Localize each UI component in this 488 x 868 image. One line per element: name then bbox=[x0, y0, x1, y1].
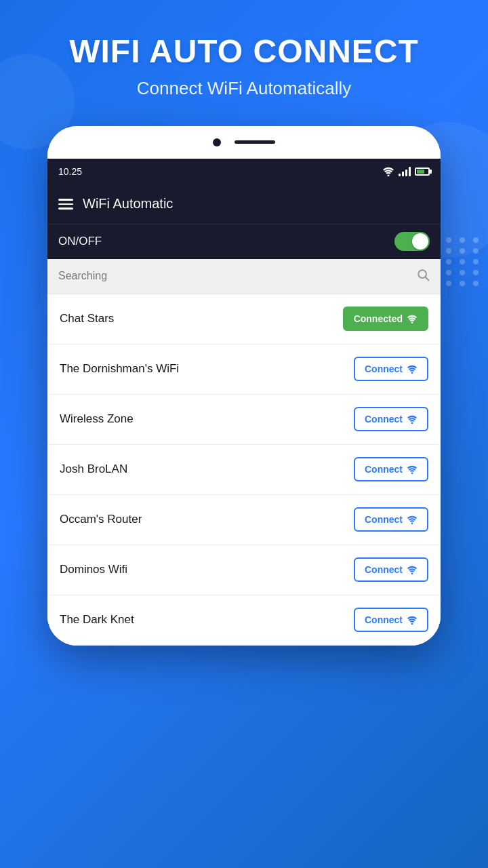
battery-icon bbox=[415, 167, 430, 176]
phone-mockup: 10.25 bbox=[47, 126, 441, 646]
svg-point-9 bbox=[411, 623, 413, 625]
network-name: Josh BroLAN bbox=[60, 462, 127, 476]
onoff-toggle[interactable] bbox=[394, 232, 430, 251]
network-name: The Dornishman's WiFi bbox=[60, 362, 179, 376]
connect-button[interactable]: Connect bbox=[354, 357, 428, 381]
search-bar[interactable] bbox=[47, 259, 441, 294]
svg-point-3 bbox=[411, 321, 413, 323]
wifi-btn-icon bbox=[407, 315, 418, 323]
phone-speaker bbox=[235, 140, 275, 144]
connect-button[interactable]: Connect bbox=[354, 407, 428, 431]
svg-line-2 bbox=[426, 277, 429, 281]
connect-button[interactable]: Connect bbox=[354, 557, 428, 582]
signal-icon bbox=[399, 167, 411, 176]
network-item: Dominos WifiConnect bbox=[47, 545, 441, 595]
search-icon bbox=[416, 268, 430, 285]
network-name: The Dark Knet bbox=[60, 613, 134, 627]
app-toolbar: WiFi Automatic bbox=[47, 184, 441, 224]
wifi-btn-icon bbox=[407, 515, 418, 524]
network-item: The Dornishman's WiFiConnect bbox=[47, 344, 441, 395]
network-item: The Dark KnetConnect bbox=[47, 595, 441, 646]
connect-button[interactable]: Connect bbox=[354, 608, 428, 632]
toggle-bar: ON/OFF bbox=[47, 224, 441, 259]
connect-button[interactable]: Connect bbox=[354, 507, 428, 532]
status-bar: 10.25 bbox=[47, 159, 441, 184]
status-time: 10.25 bbox=[58, 166, 82, 177]
wifi-btn-icon bbox=[407, 566, 418, 574]
network-item: Josh BroLANConnect bbox=[47, 445, 441, 495]
status-icons bbox=[382, 167, 430, 176]
toggle-label: ON/OFF bbox=[58, 235, 102, 248]
hamburger-menu-icon[interactable] bbox=[58, 199, 73, 210]
network-list: Chat StarsConnected The Dornishman's WiF… bbox=[47, 294, 441, 646]
search-input[interactable] bbox=[58, 270, 409, 282]
network-item: Chat StarsConnected bbox=[47, 294, 441, 344]
svg-point-4 bbox=[411, 372, 413, 374]
svg-point-5 bbox=[411, 422, 413, 424]
phone-top-bar bbox=[47, 126, 441, 159]
toggle-knob bbox=[412, 233, 428, 250]
network-name: Chat Stars bbox=[60, 312, 114, 326]
network-name: Wireless Zone bbox=[60, 412, 134, 426]
svg-point-0 bbox=[388, 174, 390, 176]
svg-point-6 bbox=[411, 472, 413, 474]
network-item: Wireless ZoneConnect bbox=[47, 395, 441, 445]
app-screen: 10.25 bbox=[47, 159, 441, 646]
wifi-btn-icon bbox=[407, 415, 418, 424]
toolbar-title: WiFi Automatic bbox=[83, 196, 173, 212]
connect-button[interactable]: Connect bbox=[354, 457, 428, 481]
wifi-status-icon bbox=[382, 167, 394, 176]
svg-point-7 bbox=[411, 522, 413, 524]
connected-button[interactable]: Connected bbox=[343, 307, 428, 331]
wifi-btn-icon bbox=[407, 465, 418, 474]
svg-point-8 bbox=[411, 572, 413, 574]
network-name: Occam's Router bbox=[60, 513, 142, 526]
network-name: Dominos Wifi bbox=[60, 563, 127, 576]
phone-camera bbox=[213, 138, 221, 146]
app-subtitle: Connect WiFi Automatically bbox=[27, 78, 461, 99]
app-title: WIFI AUTO CONNECT bbox=[27, 34, 461, 70]
wifi-btn-icon bbox=[407, 616, 418, 625]
network-item: Occam's RouterConnect bbox=[47, 495, 441, 545]
wifi-btn-icon bbox=[407, 365, 418, 374]
